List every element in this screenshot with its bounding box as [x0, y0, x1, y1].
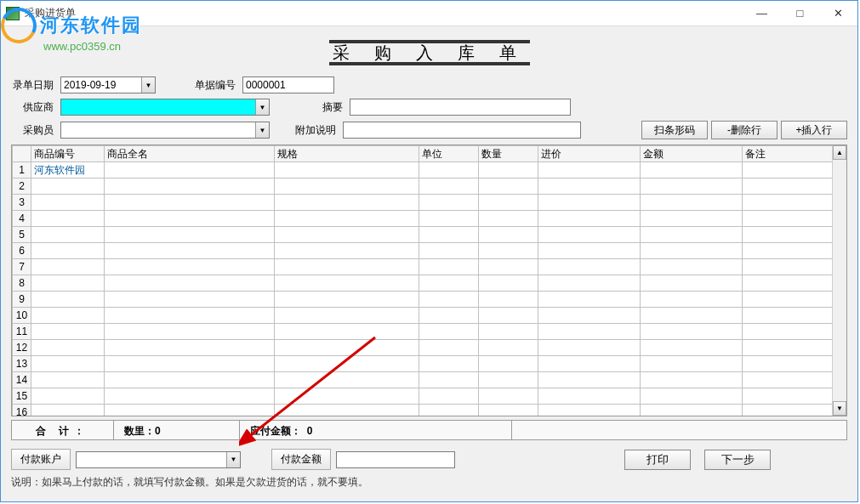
- grid-cell[interactable]: [641, 356, 743, 372]
- grid-cell[interactable]: [275, 292, 419, 308]
- grid-cell[interactable]: [743, 372, 833, 388]
- grid-cell[interactable]: [538, 405, 641, 416]
- grid-cell[interactable]: [538, 178, 641, 195]
- grid-cell[interactable]: [419, 211, 479, 227]
- grid-cell[interactable]: [275, 275, 419, 292]
- grid-cell[interactable]: [105, 324, 275, 340]
- grid-cell[interactable]: [479, 162, 538, 178]
- pay-account-combo[interactable]: ▼: [76, 451, 241, 468]
- grid-cell[interactable]: [419, 308, 479, 324]
- grid-cell[interactable]: [419, 227, 479, 243]
- table-row[interactable]: 1河东软件园: [13, 162, 833, 178]
- grid-cell[interactable]: [105, 340, 275, 356]
- grid-cell[interactable]: [538, 227, 641, 243]
- grid-cell[interactable]: [641, 275, 743, 292]
- grid-cell[interactable]: [419, 324, 479, 340]
- grid-cell[interactable]: [31, 388, 105, 405]
- grid-cell[interactable]: [479, 372, 538, 388]
- grid-cell[interactable]: [479, 388, 538, 405]
- grid-cell[interactable]: [479, 324, 538, 340]
- grid-cell[interactable]: [419, 292, 479, 308]
- grid-cell[interactable]: [105, 372, 275, 388]
- grid-cell[interactable]: [479, 405, 538, 416]
- minimize-button[interactable]: —: [743, 1, 781, 25]
- grid-cell[interactable]: [641, 259, 743, 275]
- grid-cell[interactable]: [641, 308, 743, 324]
- grid-cell[interactable]: [479, 308, 538, 324]
- table-row[interactable]: 11: [13, 324, 833, 340]
- grid-cell[interactable]: [31, 292, 105, 308]
- grid-cell[interactable]: [479, 227, 538, 243]
- insert-row-button[interactable]: +插入行: [781, 121, 847, 139]
- buyer-combo[interactable]: ▼: [60, 122, 270, 139]
- grid-cell[interactable]: [419, 356, 479, 372]
- grid-cell[interactable]: [275, 340, 419, 356]
- table-row[interactable]: 5: [13, 227, 833, 243]
- grid-cell[interactable]: [743, 388, 833, 405]
- grid-cell[interactable]: [105, 178, 275, 195]
- grid-cell[interactable]: [479, 275, 538, 292]
- grid-cell[interactable]: [105, 275, 275, 292]
- grid-cell[interactable]: [641, 292, 743, 308]
- grid-cell[interactable]: [105, 211, 275, 227]
- grid-cell[interactable]: [538, 356, 641, 372]
- grid-cell[interactable]: [419, 340, 479, 356]
- grid-cell[interactable]: [31, 324, 105, 340]
- grid-cell[interactable]: [419, 388, 479, 405]
- grid-cell[interactable]: [105, 259, 275, 275]
- grid-cell[interactable]: [31, 372, 105, 388]
- grid-cell[interactable]: [419, 195, 479, 211]
- grid-cell[interactable]: [743, 227, 833, 243]
- grid-cell[interactable]: [31, 211, 105, 227]
- grid-cell[interactable]: [538, 211, 641, 227]
- print-button[interactable]: 打印: [624, 450, 691, 470]
- table-row[interactable]: 8: [13, 275, 833, 292]
- grid-cell[interactable]: [31, 356, 105, 372]
- grid-cell[interactable]: [31, 227, 105, 243]
- grid-cell[interactable]: [641, 211, 743, 227]
- grid-cell[interactable]: [479, 292, 538, 308]
- grid-cell[interactable]: [743, 243, 833, 259]
- column-header[interactable]: 金额: [641, 146, 743, 162]
- table-row[interactable]: 3: [13, 195, 833, 211]
- column-header[interactable]: 数量: [479, 146, 538, 162]
- column-header[interactable]: 商品全名: [105, 146, 275, 162]
- next-button[interactable]: 下一步: [704, 450, 771, 470]
- vertical-scrollbar[interactable]: ▲ ▼: [832, 145, 846, 416]
- grid-cell[interactable]: [479, 178, 538, 195]
- table-row[interactable]: 14: [13, 372, 833, 388]
- grid-cell[interactable]: [479, 243, 538, 259]
- order-date-combo[interactable]: 2019-09-19 ▼: [60, 76, 156, 93]
- grid-cell[interactable]: [275, 227, 419, 243]
- grid-cell[interactable]: [538, 195, 641, 211]
- grid-cell[interactable]: [275, 178, 419, 195]
- scroll-down-icon[interactable]: ▼: [833, 401, 846, 416]
- table-row[interactable]: 16: [13, 405, 833, 416]
- grid-cell[interactable]: [419, 162, 479, 178]
- pay-amount-input[interactable]: [336, 451, 455, 468]
- grid-cell[interactable]: [538, 372, 641, 388]
- grid-cell[interactable]: [641, 178, 743, 195]
- grid-cell[interactable]: [419, 372, 479, 388]
- column-header[interactable]: 备注: [743, 146, 833, 162]
- grid-cell[interactable]: [641, 195, 743, 211]
- grid-cell[interactable]: [419, 178, 479, 195]
- column-header[interactable]: 商品编号: [31, 146, 105, 162]
- grid-cell[interactable]: [538, 259, 641, 275]
- grid-cell[interactable]: [538, 308, 641, 324]
- grid-cell[interactable]: [31, 308, 105, 324]
- grid-cell[interactable]: [31, 405, 105, 416]
- maximize-button[interactable]: □: [781, 1, 819, 25]
- grid-cell[interactable]: [31, 259, 105, 275]
- grid-cell[interactable]: [538, 324, 641, 340]
- table-row[interactable]: 6: [13, 243, 833, 259]
- grid-cell[interactable]: [275, 211, 419, 227]
- data-grid[interactable]: 商品编号商品全名规格单位数量进价金额备注1河东软件园23456789101112…: [11, 144, 847, 416]
- grid-cell[interactable]: [538, 162, 641, 178]
- grid-cell[interactable]: [31, 243, 105, 259]
- grid-cell[interactable]: [479, 356, 538, 372]
- grid-cell[interactable]: [743, 162, 833, 178]
- close-button[interactable]: ✕: [819, 1, 857, 25]
- grid-cell[interactable]: [641, 227, 743, 243]
- grid-cell[interactable]: [641, 340, 743, 356]
